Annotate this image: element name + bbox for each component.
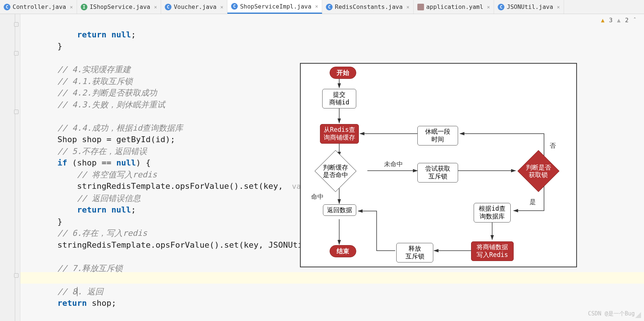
tab-voucher[interactable]: C Voucher.java × [161,0,227,14]
watermark: CSDN @是一个Bug [588,310,635,317]
tab-label: Voucher.java [174,3,217,10]
close-icon[interactable]: × [70,4,73,10]
close-icon[interactable]: × [406,4,409,10]
tab-controller[interactable]: C Controller.java × [0,0,77,14]
fold-icon[interactable] [14,22,19,27]
flowchart-label-no: 否 [550,141,556,150]
tab-label: IShopService.java [90,3,150,10]
fold-icon[interactable] [14,110,19,114]
yaml-icon [417,4,424,10]
tab-application[interactable]: application.yaml × [414,0,494,14]
flowchart-lock-check: 判断是否 获取锁 [517,150,559,192]
flowchart-release-lock: 释放 互斥锁 [396,243,433,263]
tab-label: JSONUtil.java [507,3,553,10]
close-icon[interactable]: × [154,4,157,10]
flowchart-label-yes: 是 [530,198,536,206]
tab-bar: C Controller.java × I IShopService.java … [0,0,644,14]
flowchart-query-db: 根据id查 询数据库 [474,203,511,223]
tab-label: application.yaml [426,3,483,10]
tab-label: Controller.java [13,3,66,10]
flowchart-end: 结束 [330,245,356,257]
close-icon[interactable]: × [557,4,560,10]
flowchart-sleep: 休眠一段 时间 [417,126,458,146]
flowchart-label-miss: 未命中 [384,160,403,168]
fold-icon[interactable] [14,51,19,56]
flowchart-return-data: 返回数据 [323,204,356,216]
class-icon: C [231,3,238,10]
close-icon[interactable]: × [487,4,490,10]
flowchart-submit-id: 提交 商铺id [322,89,356,108]
tab-label: RedisConstants.java [335,3,403,10]
flowchart-diagram: 开始 提交 商铺id 从Redis查 询商铺缓存 休眠一段 时间 判断缓存 是否… [300,63,577,267]
interface-icon: I [81,4,87,10]
flowchart-write-redis: 将商铺数据 写入Redis [471,241,514,261]
tab-ishopservice[interactable]: I IShopService.java × [77,0,161,14]
flowchart-label-hit: 命中 [311,193,324,201]
tab-shopserviceimpl[interactable]: C ShopServiceImpl.java × [227,0,322,14]
flowchart-try-lock: 尝试获取 互斥锁 [417,163,458,183]
close-icon[interactable]: × [315,3,318,9]
class-icon: C [326,4,333,10]
gutter [0,14,20,321]
fold-icon[interactable] [14,273,19,278]
flowchart-hit-check: 判断缓存 是否命中 [314,150,356,192]
class-icon: C [4,4,10,10]
flowchart-redis-query: 从Redis查 询商铺缓存 [320,124,359,144]
class-icon: C [498,4,504,10]
current-line-highlight [20,272,644,284]
class-icon: C [165,4,171,10]
close-icon[interactable]: × [220,4,223,10]
flowchart-start: 开始 [330,67,356,79]
tab-redisconstants[interactable]: C RedisConstants.java × [322,0,413,14]
resize-handle[interactable] [635,312,641,318]
tab-label: ShopServiceImpl.java [240,3,311,10]
tab-jsonutil[interactable]: C JSONUtil.java × [494,0,564,14]
